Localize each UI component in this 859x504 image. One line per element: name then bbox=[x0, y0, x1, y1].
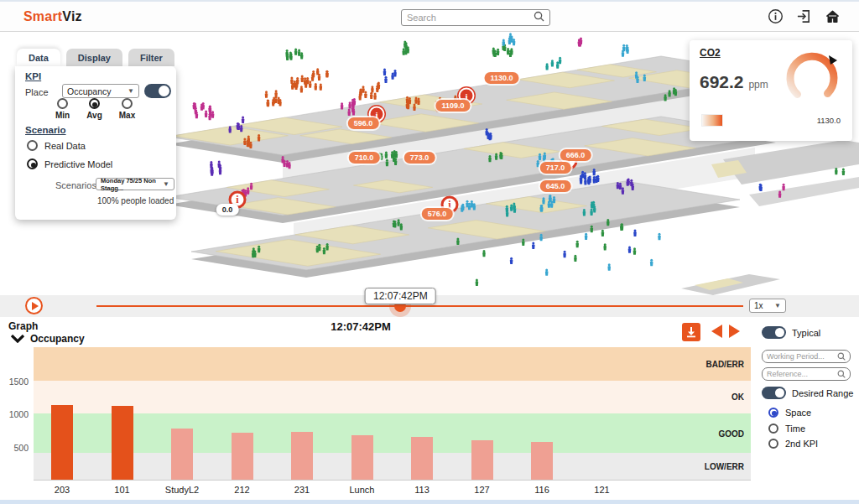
kpi-heading: KPI bbox=[25, 71, 41, 81]
bar-231[interactable] bbox=[291, 432, 313, 480]
logout-icon[interactable] bbox=[796, 8, 812, 24]
y-axis-tick: 500 bbox=[5, 443, 29, 453]
playback-speed-select[interactable]: 1x▼ bbox=[749, 299, 786, 313]
zone-band-ok: OK bbox=[34, 381, 751, 414]
search-box[interactable] bbox=[401, 9, 550, 26]
search-input[interactable] bbox=[407, 13, 534, 23]
predictive-model-radio[interactable] bbox=[27, 158, 38, 169]
play-button[interactable] bbox=[25, 297, 43, 314]
time-tooltip: 12:07:42PM bbox=[365, 288, 436, 304]
space-radio[interactable] bbox=[768, 408, 778, 418]
room-value-badge[interactable]: 1109.0 bbox=[435, 100, 470, 112]
room-value-badge[interactable]: 710.0 bbox=[349, 152, 380, 164]
timeline-track[interactable]: 12:07:42PM bbox=[96, 305, 743, 307]
min-radio[interactable] bbox=[57, 98, 68, 109]
home-icon[interactable] bbox=[825, 8, 841, 24]
zone-label: BAD/ERR bbox=[705, 359, 744, 368]
agg-max[interactable]: Max bbox=[119, 98, 135, 120]
tab-data[interactable]: Data bbox=[17, 49, 60, 66]
chevron-down-icon: ▼ bbox=[128, 87, 134, 95]
chart-title: Occupancy bbox=[30, 333, 85, 345]
x-axis-label: 231 bbox=[273, 485, 331, 495]
zone-band-good: GOOD bbox=[34, 413, 751, 453]
zone-label: OK bbox=[731, 392, 744, 402]
working-period-box[interactable] bbox=[762, 350, 851, 363]
x-axis-label: 121 bbox=[573, 485, 632, 495]
room-value-badge[interactable]: 576.0 bbox=[422, 208, 453, 220]
kpi-toggle[interactable] bbox=[144, 84, 171, 98]
top-bar: SmartViz bbox=[0, 0, 859, 32]
place-select[interactable]: Occupancy▼ bbox=[62, 84, 139, 98]
agg-avg[interactable]: Avg bbox=[86, 98, 102, 120]
co2-scale: 01130.0 bbox=[701, 116, 841, 127]
chevron-down-icon: ▼ bbox=[774, 302, 781, 309]
y-axis-tick: 1000 bbox=[5, 409, 29, 419]
reference-box[interactable] bbox=[762, 367, 851, 381]
co2-value: 692.2 ppm bbox=[700, 72, 768, 92]
room-value-badge[interactable]: 0.0 bbox=[216, 204, 239, 216]
room-value-badge[interactable]: 645.0 bbox=[540, 180, 571, 192]
mode-time-option[interactable]: Time bbox=[768, 423, 805, 434]
previous-arrow-button[interactable] bbox=[711, 325, 722, 338]
bar-212[interactable] bbox=[232, 433, 253, 480]
zone-band-low-err: LOW/ERR bbox=[34, 453, 751, 480]
max-radio[interactable] bbox=[122, 98, 133, 109]
bar-203[interactable] bbox=[51, 405, 73, 480]
x-axis-label: 113 bbox=[393, 485, 451, 495]
typical-label: Typical bbox=[792, 328, 820, 338]
data-panel: Data Display Filter KPI Place Occupancy▼… bbox=[15, 49, 176, 220]
bar-Lunch[interactable] bbox=[351, 435, 373, 480]
tab-filter[interactable]: Filter bbox=[128, 49, 174, 66]
x-axis-label: 212 bbox=[213, 485, 272, 495]
room-value-badge[interactable]: 717.0 bbox=[540, 162, 571, 174]
room-value-badge[interactable]: 666.0 bbox=[560, 149, 591, 161]
logo-viz: Viz bbox=[62, 9, 81, 23]
data-panel-card: KPI Place Occupancy▼ Min Avg Max Scenari… bbox=[15, 66, 176, 220]
room-value-badge[interactable]: 773.0 bbox=[404, 152, 435, 164]
mode-space-option[interactable]: Space bbox=[768, 408, 811, 418]
predictive-model-option[interactable]: Predictive Model bbox=[27, 158, 112, 169]
bottom-divider bbox=[0, 500, 859, 504]
scale-max: 1130.0 bbox=[817, 116, 841, 125]
info-icon[interactable] bbox=[768, 8, 784, 24]
bar-StudyL2[interactable] bbox=[171, 429, 193, 480]
real-data-option[interactable]: Real Data bbox=[27, 140, 86, 151]
x-axis-label: 101 bbox=[93, 485, 152, 495]
co2-radial-gauge bbox=[778, 42, 846, 109]
time-radio[interactable] bbox=[768, 423, 778, 434]
aggregation-group: Min Avg Max bbox=[55, 98, 135, 120]
bar-101[interactable] bbox=[112, 406, 133, 480]
room-value-badge[interactable]: 1130.0 bbox=[484, 72, 518, 84]
room-value-badge[interactable]: 596.0 bbox=[348, 117, 379, 129]
collapse-graph-chevron-icon[interactable] bbox=[10, 331, 25, 346]
x-axis-label: 203 bbox=[33, 485, 91, 495]
reference-input[interactable] bbox=[767, 370, 837, 378]
bar-116[interactable] bbox=[531, 442, 553, 481]
desired-range-label: Desired Range bbox=[792, 388, 853, 398]
x-axis-label: 127 bbox=[453, 485, 512, 495]
co2-title[interactable]: CO2 bbox=[700, 47, 721, 59]
working-period-input[interactable] bbox=[767, 352, 837, 361]
play-icon bbox=[32, 302, 39, 310]
co2-gauge-card: CO2 692.2 ppm 01130.0 bbox=[690, 40, 852, 141]
bar-113[interactable] bbox=[411, 437, 433, 480]
mode-2nd-kpi-option[interactable]: 2nd KPI bbox=[768, 439, 818, 449]
typical-toggle[interactable] bbox=[762, 326, 786, 339]
real-data-radio[interactable] bbox=[27, 140, 38, 151]
search-icon bbox=[837, 366, 846, 382]
tab-display[interactable]: Display bbox=[66, 49, 122, 66]
x-axis-label: 116 bbox=[513, 485, 571, 495]
scenarios-select[interactable]: Monday 75/25 Non Stagg...▼ bbox=[96, 178, 174, 190]
zone-label: GOOD bbox=[718, 429, 744, 438]
building-3d-view[interactable]: iiiii1130.01109.0596.0710.0773.0666.0717… bbox=[0, 32, 859, 295]
download-button[interactable] bbox=[682, 323, 700, 341]
bar-127[interactable] bbox=[471, 440, 493, 480]
people-loaded-status: 100% people loaded bbox=[97, 196, 174, 205]
co2-gradient-bar bbox=[701, 114, 723, 127]
2nd-kpi-radio[interactable] bbox=[768, 439, 778, 449]
next-arrow-button[interactable] bbox=[729, 325, 740, 338]
app-logo[interactable]: SmartViz bbox=[23, 9, 82, 24]
avg-radio[interactable] bbox=[89, 98, 100, 109]
desired-range-toggle[interactable] bbox=[762, 387, 786, 399]
agg-min[interactable]: Min bbox=[55, 98, 70, 120]
